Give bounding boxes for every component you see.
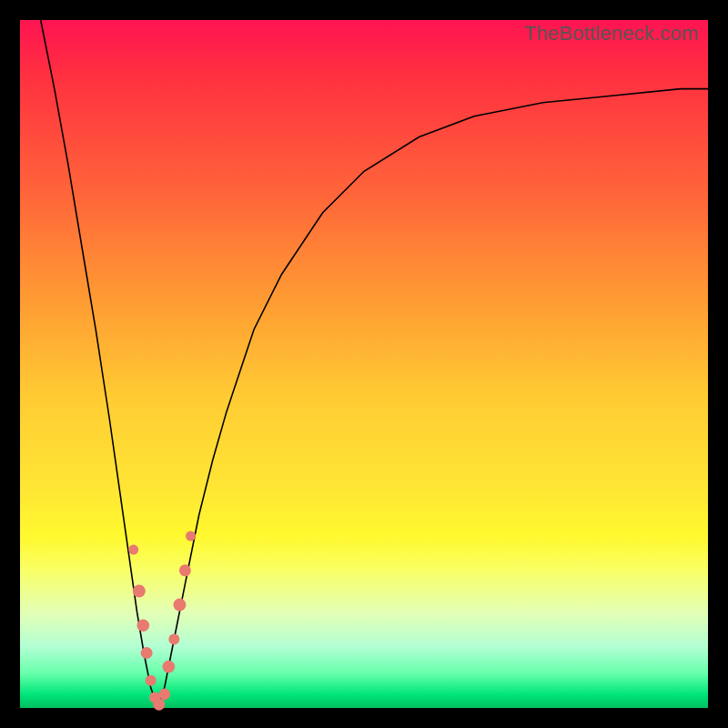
curve-marker <box>137 620 150 632</box>
bottleneck-curve <box>41 20 708 708</box>
curve-marker <box>163 661 176 673</box>
curve-marker <box>153 699 165 711</box>
curve-marker <box>186 531 196 541</box>
curve-marker <box>141 647 153 659</box>
curve-marker <box>168 633 179 644</box>
curve-marker <box>146 675 157 686</box>
curve-marker <box>173 599 186 612</box>
curve-marker <box>133 585 146 598</box>
curve-marker <box>159 689 171 701</box>
curve-marker <box>179 564 191 576</box>
curve-marker <box>128 545 138 555</box>
curve-svg <box>20 20 708 708</box>
plot-area: TheBottleneck.com <box>20 20 708 708</box>
chart-frame: TheBottleneck.com <box>0 0 728 728</box>
